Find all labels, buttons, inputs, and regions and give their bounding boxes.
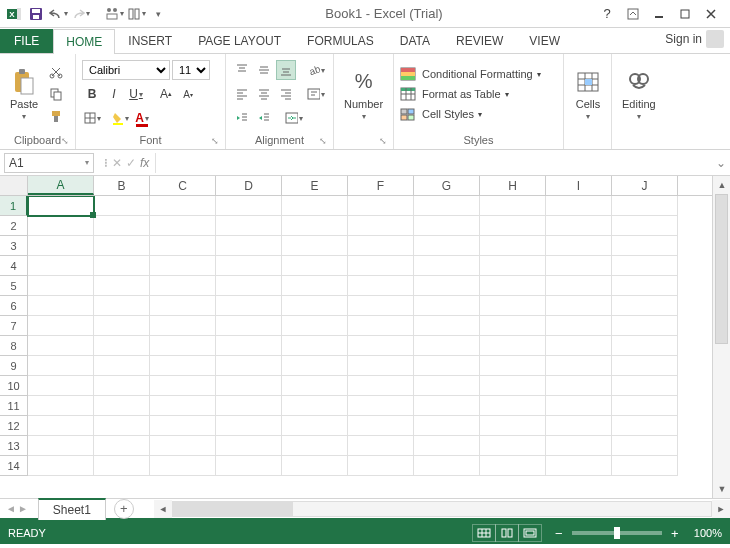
touch-mode-icon[interactable] bbox=[126, 4, 146, 24]
scroll-up-icon[interactable]: ▲ bbox=[713, 176, 730, 194]
cell[interactable] bbox=[612, 456, 678, 476]
format-as-table-button[interactable]: Format as Table▾ bbox=[400, 87, 557, 101]
insert-tab[interactable]: INSERT bbox=[115, 28, 185, 53]
cell[interactable] bbox=[150, 216, 216, 236]
number-button[interactable]: % Number ▾ bbox=[340, 66, 387, 123]
cell[interactable] bbox=[480, 356, 546, 376]
cell[interactable] bbox=[94, 336, 150, 356]
cell[interactable] bbox=[612, 356, 678, 376]
cell[interactable] bbox=[480, 416, 546, 436]
cell[interactable] bbox=[216, 276, 282, 296]
cell[interactable] bbox=[414, 296, 480, 316]
save-icon[interactable] bbox=[26, 4, 46, 24]
cell[interactable] bbox=[28, 356, 94, 376]
cell[interactable] bbox=[414, 276, 480, 296]
cell[interactable] bbox=[94, 396, 150, 416]
home-tab[interactable]: HOME bbox=[53, 29, 115, 54]
cell[interactable] bbox=[282, 316, 348, 336]
conditional-formatting-button[interactable]: Conditional Formatting▾ bbox=[400, 67, 557, 81]
cell[interactable] bbox=[348, 376, 414, 396]
cell[interactable] bbox=[480, 196, 546, 216]
cell[interactable] bbox=[216, 396, 282, 416]
column-header[interactable]: A bbox=[28, 176, 94, 195]
increase-font-icon[interactable]: A▴ bbox=[156, 84, 176, 104]
cell[interactable] bbox=[414, 216, 480, 236]
zoom-slider[interactable] bbox=[572, 531, 662, 535]
wrap-merge-icon[interactable] bbox=[306, 84, 326, 104]
editing-button[interactable]: Editing ▾ bbox=[618, 66, 660, 123]
align-right-icon[interactable] bbox=[276, 84, 296, 104]
row-header[interactable]: 3 bbox=[0, 236, 28, 256]
maximize-icon[interactable] bbox=[674, 4, 696, 24]
cell[interactable] bbox=[282, 256, 348, 276]
column-header[interactable]: H bbox=[480, 176, 546, 195]
cell[interactable] bbox=[480, 296, 546, 316]
cell[interactable] bbox=[282, 396, 348, 416]
cell[interactable] bbox=[480, 336, 546, 356]
row-header[interactable]: 14 bbox=[0, 456, 28, 476]
cell[interactable] bbox=[546, 456, 612, 476]
cell[interactable] bbox=[546, 236, 612, 256]
cell[interactable] bbox=[612, 216, 678, 236]
cell[interactable] bbox=[414, 396, 480, 416]
cell[interactable] bbox=[216, 236, 282, 256]
cell[interactable] bbox=[150, 416, 216, 436]
cell[interactable] bbox=[612, 316, 678, 336]
align-bottom-icon[interactable] bbox=[276, 60, 296, 80]
redo-icon[interactable] bbox=[70, 4, 90, 24]
cell[interactable] bbox=[150, 336, 216, 356]
cell[interactable] bbox=[94, 236, 150, 256]
cell[interactable] bbox=[28, 456, 94, 476]
cell[interactable] bbox=[216, 256, 282, 276]
merge-icon[interactable] bbox=[284, 108, 304, 128]
font-name-combo[interactable]: Calibri bbox=[82, 60, 170, 80]
cell[interactable] bbox=[612, 296, 678, 316]
cell[interactable] bbox=[282, 196, 348, 216]
row-header[interactable]: 11 bbox=[0, 396, 28, 416]
cell[interactable] bbox=[216, 456, 282, 476]
cell[interactable] bbox=[282, 356, 348, 376]
row-header[interactable]: 8 bbox=[0, 336, 28, 356]
row-header[interactable]: 6 bbox=[0, 296, 28, 316]
normal-view-icon[interactable] bbox=[472, 524, 496, 542]
row-header[interactable]: 5 bbox=[0, 276, 28, 296]
view-tab[interactable]: VIEW bbox=[516, 28, 573, 53]
column-header[interactable]: J bbox=[612, 176, 678, 195]
cancel-formula-icon[interactable]: ✕ bbox=[112, 156, 122, 170]
expand-formula-icon[interactable]: ⌄ bbox=[712, 156, 730, 170]
cell[interactable] bbox=[28, 256, 94, 276]
review-tab[interactable]: REVIEW bbox=[443, 28, 516, 53]
cell[interactable] bbox=[348, 276, 414, 296]
cell[interactable] bbox=[94, 416, 150, 436]
row-header[interactable]: 12 bbox=[0, 416, 28, 436]
cell[interactable] bbox=[480, 316, 546, 336]
select-all-corner[interactable] bbox=[0, 176, 28, 195]
cell[interactable] bbox=[94, 276, 150, 296]
cell[interactable] bbox=[94, 356, 150, 376]
number-launcher-icon[interactable]: ⤡ bbox=[379, 136, 387, 146]
borders-icon[interactable] bbox=[82, 108, 102, 128]
cell[interactable] bbox=[546, 316, 612, 336]
cell[interactable] bbox=[546, 436, 612, 456]
column-header[interactable]: I bbox=[546, 176, 612, 195]
cell[interactable] bbox=[480, 236, 546, 256]
cell[interactable] bbox=[348, 336, 414, 356]
sign-in[interactable]: Sign in bbox=[659, 25, 730, 53]
cell[interactable] bbox=[414, 416, 480, 436]
new-sheet-icon[interactable]: + bbox=[114, 499, 134, 519]
cell[interactable] bbox=[94, 216, 150, 236]
cell[interactable] bbox=[282, 456, 348, 476]
cell[interactable] bbox=[414, 256, 480, 276]
cell[interactable] bbox=[612, 436, 678, 456]
cell[interactable] bbox=[546, 296, 612, 316]
cell[interactable] bbox=[150, 276, 216, 296]
cell[interactable] bbox=[282, 296, 348, 316]
cell[interactable] bbox=[414, 336, 480, 356]
cell[interactable] bbox=[546, 256, 612, 276]
cell-styles-button[interactable]: Cell Styles▾ bbox=[400, 107, 557, 121]
qat-customize-icon[interactable]: ▾ bbox=[148, 4, 168, 24]
copy-icon[interactable] bbox=[46, 84, 66, 104]
page-break-view-icon[interactable] bbox=[518, 524, 542, 542]
cell[interactable] bbox=[546, 356, 612, 376]
cell[interactable] bbox=[612, 336, 678, 356]
